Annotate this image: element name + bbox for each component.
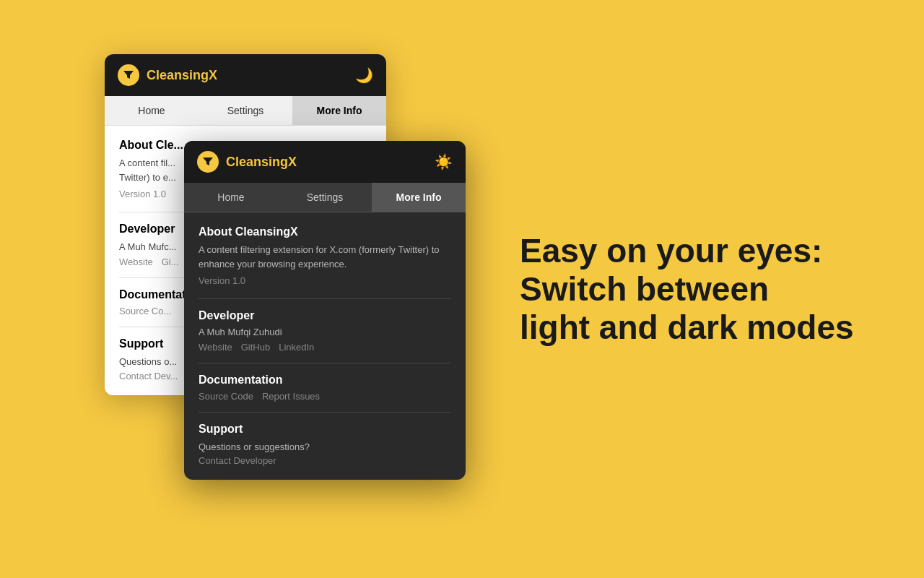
dark-linkedin-link[interactable]: LinkedIn	[279, 342, 314, 353]
tagline-section: Easy on your eyes: Switch between light …	[520, 232, 866, 347]
dark-divider-2	[199, 363, 451, 363]
light-app-title: CleansingX	[147, 68, 217, 83]
tagline-text: Easy on your eyes: Switch between light …	[520, 232, 866, 347]
dark-about-title: About CleansingX	[199, 225, 451, 238]
light-tabs: Home Settings More Info	[105, 96, 386, 126]
dark-popup-header: CleansingX ☀️	[184, 141, 466, 183]
dark-tab-settings[interactable]: Settings	[278, 183, 372, 212]
tagline-line1: Easy on your eyes:	[520, 232, 822, 269]
light-popup-header: CleansingX 🌙	[105, 54, 386, 96]
dark-logo-icon	[197, 151, 219, 173]
light-logo-icon	[118, 64, 139, 86]
tagline-line2: Switch between	[520, 270, 769, 308]
dark-contact-link[interactable]: Contact Developer	[199, 455, 276, 466]
dark-tabs: Home Settings More Info	[184, 183, 466, 212]
light-website-link[interactable]: Website	[119, 256, 153, 267]
tagline-line3: light and dark modes	[520, 308, 854, 345]
light-tab-more-info[interactable]: More Info	[292, 96, 386, 125]
dark-website-link[interactable]: Website	[199, 342, 232, 353]
light-github-link[interactable]: Gi...	[162, 256, 179, 267]
dark-docs-links: Source Code Report Issues	[199, 391, 451, 402]
light-source-code-link[interactable]: Source Co...	[119, 306, 171, 316]
dark-divider-3	[199, 412, 451, 413]
dark-mode-popup: CleansingX ☀️ Home Settings More Info Ab…	[184, 141, 466, 480]
dark-tab-home[interactable]: Home	[184, 183, 278, 212]
dark-about-desc: A content filtering extension for X.com …	[199, 243, 451, 271]
light-tab-home[interactable]: Home	[105, 96, 199, 125]
dark-github-link[interactable]: GitHub	[241, 342, 270, 353]
dark-support-desc: Questions or suggestions?	[199, 440, 451, 454]
dark-app-title: CleansingX	[226, 155, 297, 170]
dark-popup-content: About CleansingX A content filtering ext…	[184, 212, 466, 480]
dark-developer-title: Developer	[199, 309, 451, 322]
dark-developer-links: Website GitHub LinkedIn	[199, 342, 451, 353]
dark-theme-icon[interactable]: ☀️	[435, 153, 453, 171]
dark-about-version: Version 1.0	[199, 274, 451, 288]
dark-tab-more-info[interactable]: More Info	[372, 183, 466, 212]
dark-report-issues-link[interactable]: Report Issues	[262, 391, 320, 402]
dark-source-code-link[interactable]: Source Code	[199, 391, 253, 402]
light-logo-area: CleansingX	[118, 64, 217, 86]
dark-logo-area: CleansingX	[197, 151, 297, 173]
dark-support-title: Support	[199, 423, 451, 436]
dark-developer-name: A Muh Mufqi Zuhudi	[199, 327, 451, 337]
dark-docs-title: Documentation	[199, 374, 451, 387]
light-theme-icon[interactable]: 🌙	[355, 66, 373, 84]
dark-divider-1	[199, 298, 451, 299]
light-contact-link[interactable]: Contact Dev...	[119, 371, 178, 381]
light-tab-settings[interactable]: Settings	[199, 96, 292, 125]
